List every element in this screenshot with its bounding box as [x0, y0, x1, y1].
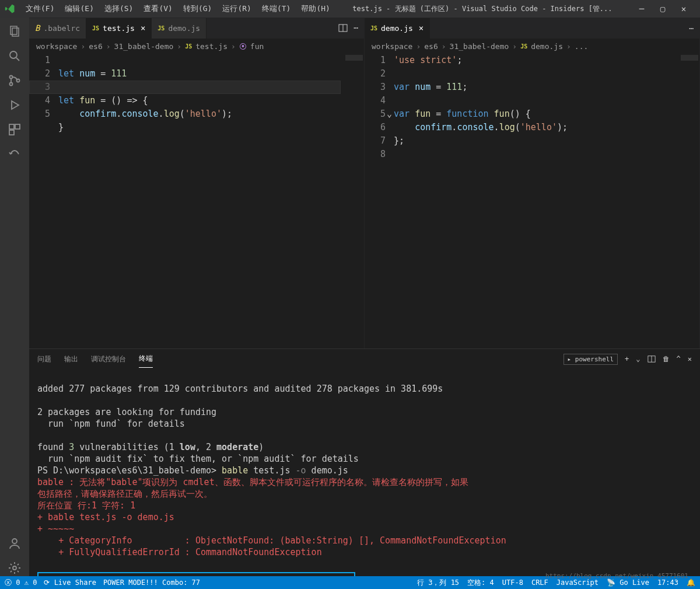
panel-actions: ▸ powershell + ⌄ 🗑 ^ ✕: [564, 354, 692, 365]
maximize-panel-icon[interactable]: ^: [677, 355, 681, 363]
breadcrumb-item[interactable]: demo.js: [531, 42, 563, 51]
js-icon: JS: [520, 43, 527, 50]
status-errors[interactable]: ⓧ 0 ⚠ 0: [5, 578, 37, 588]
tab-babelrc[interactable]: B.babelrc: [29, 18, 86, 39]
menu-go[interactable]: 转到(G): [178, 1, 216, 16]
maximize-button[interactable]: ▢: [657, 4, 668, 13]
split-editor-icon[interactable]: [338, 23, 348, 33]
breadcrumb-item[interactable]: workspace: [36, 42, 77, 51]
status-time: 17:43: [657, 578, 678, 587]
terminal-content[interactable]: added 277 packages from 129 contributors…: [29, 369, 700, 576]
source-control-icon[interactable]: [6, 72, 23, 89]
code-content[interactable]: let num = 111 let fun = () => { confirm.…: [58, 54, 341, 348]
fold-icon[interactable]: ⌄: [387, 107, 392, 121]
menu-run[interactable]: 运行(R): [218, 1, 256, 16]
window-controls: ─ ▢ ✕: [630, 4, 695, 13]
menu-file[interactable]: 文件(F): [21, 1, 59, 16]
live-share-icon[interactable]: [6, 146, 23, 162]
status-bell-icon[interactable]: 🔔: [687, 578, 695, 587]
vscode-icon: [5, 4, 15, 14]
line-gutter: 12345678 ⌄: [365, 54, 394, 348]
more-actions-icon[interactable]: ⋯: [689, 24, 694, 33]
status-powermode[interactable]: POWER MODE!!! Combo: 77: [103, 578, 200, 587]
minimap[interactable]: [676, 54, 699, 348]
breadcrumb-item[interactable]: 31_babel-demo: [450, 42, 509, 51]
breadcrumb-right[interactable]: workspace› es6› 31_babel-demo› JSdemo.js…: [365, 39, 699, 54]
panel-tab-terminal[interactable]: 终端: [139, 350, 153, 368]
kill-terminal-icon[interactable]: 🗑: [663, 355, 670, 363]
tabs-left: B.babelrc JStest.js× JSdemo.js ⋯: [29, 18, 364, 39]
tabs-right: JSdemo.js× ⋯: [365, 18, 699, 39]
code-editor-right[interactable]: 12345678 ⌄ 'use strict'; var num = 111; …: [365, 54, 699, 348]
breadcrumb-item[interactable]: fun: [250, 42, 264, 51]
tab-demojs[interactable]: JSdemo.js: [152, 18, 206, 39]
terminal-line: run `npm fund` for details: [37, 419, 185, 429]
bottom-panel: 问题 输出 调试控制台 终端 ▸ powershell + ⌄ 🗑 ^ ✕ ad…: [29, 348, 700, 576]
editor-group-left: B.babelrc JStest.js× JSdemo.js ⋯ workspa…: [29, 18, 365, 348]
new-terminal-icon[interactable]: +: [625, 355, 629, 363]
breadcrumb-item[interactable]: es6: [424, 42, 438, 51]
menu-terminal[interactable]: 终端(T): [257, 1, 295, 16]
code-content[interactable]: 'use strict'; var num = 111; var fun = f…: [394, 54, 676, 348]
svg-point-3: [10, 76, 13, 79]
tab-demojs-right[interactable]: JSdemo.js×: [365, 18, 430, 39]
js-icon: JS: [370, 25, 377, 32]
status-spaces[interactable]: 空格: 4: [467, 578, 494, 588]
svg-rect-6: [9, 124, 14, 129]
close-icon[interactable]: ×: [419, 23, 424, 33]
status-eol[interactable]: CRLF: [531, 578, 548, 587]
tab-testjs[interactable]: JStest.js×: [86, 18, 152, 39]
minimize-button[interactable]: ─: [636, 4, 648, 13]
minimap[interactable]: [341, 54, 364, 348]
run-debug-icon[interactable]: [6, 97, 23, 113]
window-title: test.js - 无标题 (工作区) - Visual Studio Code…: [335, 4, 630, 14]
breadcrumb-left[interactable]: workspace› es6› 31_babel-demo› JStest.js…: [29, 39, 364, 54]
extensions-icon[interactable]: [6, 121, 23, 138]
code-editor-left[interactable]: 12345 let num = 111 let fun = () => { co…: [29, 54, 364, 348]
svg-point-2: [10, 51, 17, 58]
status-cursor[interactable]: 行 3，列 15: [417, 578, 459, 588]
accounts-icon[interactable]: [6, 535, 23, 552]
tab-label: test.js: [103, 24, 135, 33]
close-button[interactable]: ✕: [678, 4, 690, 13]
breadcrumb-item[interactable]: test.js: [195, 42, 228, 51]
terminal-error: + FullyQualifiedErrorId : CommandNotFoun…: [37, 547, 322, 557]
breadcrumb-item[interactable]: es6: [89, 42, 102, 51]
status-liveshare[interactable]: ⟳ Live Share: [44, 578, 96, 587]
terminal-shell-selector[interactable]: ▸ powershell: [564, 354, 618, 365]
close-icon[interactable]: ×: [141, 23, 145, 33]
breadcrumb-item[interactable]: ...: [575, 42, 588, 51]
status-language[interactable]: JavaScript: [556, 578, 598, 587]
panel-tab-output[interactable]: 输出: [64, 351, 78, 368]
menu-help[interactable]: 帮助(H): [296, 1, 334, 16]
terminal-error: bable : 无法将"bable"项识别为 cmdlet、函数、脚本文件或可运…: [37, 477, 468, 487]
activity-bar: [0, 18, 29, 576]
tab-label: demo.js: [168, 24, 200, 33]
terminal-dropdown-icon[interactable]: ⌄: [636, 355, 640, 363]
split-terminal-icon[interactable]: [648, 355, 656, 363]
watermark: https://blog.csdn.net/weixin_45771601: [545, 572, 688, 580]
panel-tab-problems[interactable]: 问题: [37, 351, 51, 368]
search-icon[interactable]: [6, 48, 23, 64]
function-icon: ⦿: [239, 42, 247, 51]
menu-selection[interactable]: 选择(S): [100, 1, 138, 16]
babel-icon: B: [35, 23, 40, 33]
status-golive[interactable]: 📡 Go Live: [607, 578, 649, 587]
breadcrumb-item[interactable]: workspace: [372, 42, 412, 51]
menu-view[interactable]: 查看(V): [139, 1, 177, 16]
status-encoding[interactable]: UTF-8: [502, 578, 523, 587]
settings-icon[interactable]: [6, 560, 23, 576]
terminal-error: + CategoryInfo : ObjectNotFound: (bable:…: [37, 535, 506, 546]
svg-rect-7: [15, 124, 20, 129]
breadcrumb-item[interactable]: 31_babel-demo: [114, 42, 174, 51]
explorer-icon[interactable]: [6, 23, 23, 40]
close-panel-icon[interactable]: ✕: [688, 355, 692, 363]
terminal-error: + ~~~~~: [37, 524, 74, 534]
more-actions-icon[interactable]: ⋯: [354, 23, 358, 33]
terminal-line: added 277 packages from 129 contributors…: [37, 384, 443, 394]
content-area: B.babelrc JStest.js× JSdemo.js ⋯ workspa…: [29, 18, 700, 576]
menu-edit[interactable]: 编辑(E): [60, 1, 98, 16]
js-icon: JS: [92, 25, 99, 32]
panel-tab-debug[interactable]: 调试控制台: [91, 351, 126, 368]
svg-point-10: [13, 566, 16, 570]
